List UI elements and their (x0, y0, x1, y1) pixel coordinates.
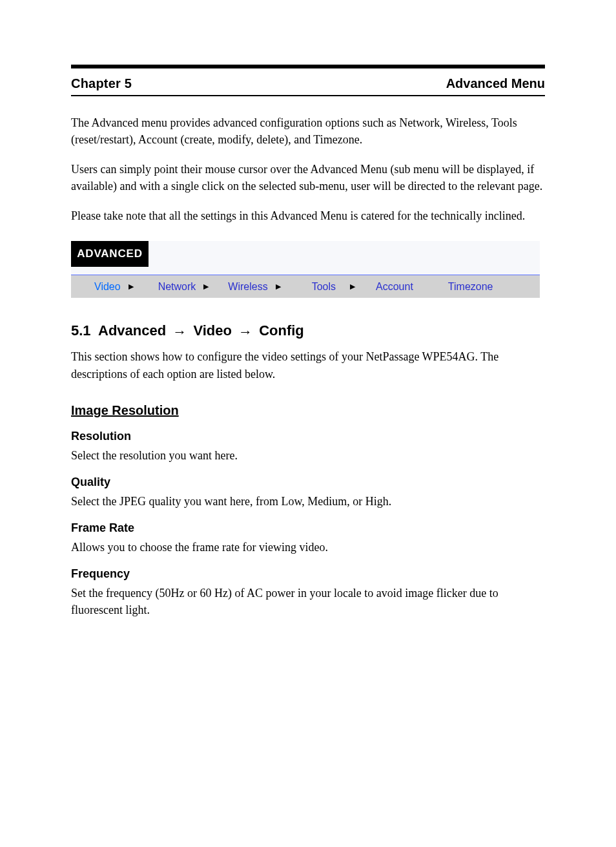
field-title-resolution: Resolution (71, 430, 545, 443)
chevron-right-icon: ▶ (276, 282, 281, 291)
chevron-right-icon: ▶ (128, 282, 134, 291)
field-desc-frequency: Set the frequency (50Hz or 60 Hz) of AC … (71, 585, 545, 618)
field-title-frame-rate: Frame Rate (71, 521, 545, 535)
section-heading: 5.1 Advanced → Video → Config (71, 322, 545, 339)
section-heading-part: Advanced (98, 322, 170, 339)
menu-item-account[interactable]: Account (376, 281, 413, 293)
chevron-right-icon: ▶ (350, 282, 355, 291)
chapter-title: Advanced Menu (446, 76, 545, 91)
arrow-right-icon: → (172, 324, 187, 340)
arrow-right-icon: → (238, 324, 252, 340)
menu-item-label: Account (376, 281, 413, 293)
field-title-frequency: Frequency (71, 567, 545, 581)
intro-paragraph-1: The Advanced menu provides advanced conf… (71, 114, 545, 148)
heading-rule-thin (71, 95, 545, 96)
heading-rule-thick (71, 65, 545, 68)
section-heading-part: Video (193, 322, 236, 339)
chapter-label: Chapter 5 (71, 76, 132, 91)
field-title-quality: Quality (71, 476, 545, 489)
intro-paragraph-3: Please take note that all the settings i… (71, 207, 545, 224)
section-heading-part: Config (259, 322, 304, 339)
menu-item-video[interactable]: Video ▶ (94, 281, 134, 293)
menu-item-label: Network (158, 281, 196, 293)
menu-item-timezone[interactable]: Timezone (448, 281, 493, 293)
section-number: 5.1 (71, 322, 91, 339)
chapter-header: Chapter 5 Advanced Menu (71, 74, 545, 95)
field-desc-frame-rate: Allows you to choose the frame rate for … (71, 539, 545, 556)
menu-item-label: Wireless (228, 281, 267, 293)
sub-heading-image-resolution: Image Resolution (71, 403, 545, 418)
field-desc-quality: Select the JPEG quality you want here, f… (71, 493, 545, 510)
menu-item-label: Tools (312, 281, 336, 293)
section-description: This section shows how to configure the … (71, 348, 545, 382)
menu-item-label: Timezone (448, 281, 493, 293)
intro-paragraph-2: Users can simply point their mouse curso… (71, 161, 545, 194)
page-container: Chapter 5 Advanced Menu The Advanced men… (0, 0, 616, 653)
menu-item-wireless[interactable]: Wireless ▶ (228, 281, 280, 293)
menu-item-label: Video (94, 281, 121, 293)
advanced-tab[interactable]: ADVANCED (71, 241, 149, 267)
menu-bar: Video ▶ Network ▶ Wireless ▶ Tools ▶ Acc… (71, 275, 540, 298)
field-desc-resolution: Select the resolution you want here. (71, 447, 545, 464)
advanced-menu-figure: ADVANCED Video ▶ Network ▶ Wireless ▶ To… (71, 241, 540, 298)
menu-item-tools[interactable]: Tools ▶ (312, 281, 355, 293)
menu-item-network[interactable]: Network ▶ (158, 281, 209, 293)
chevron-right-icon: ▶ (203, 282, 209, 291)
menu-bg: ADVANCED (71, 241, 540, 275)
